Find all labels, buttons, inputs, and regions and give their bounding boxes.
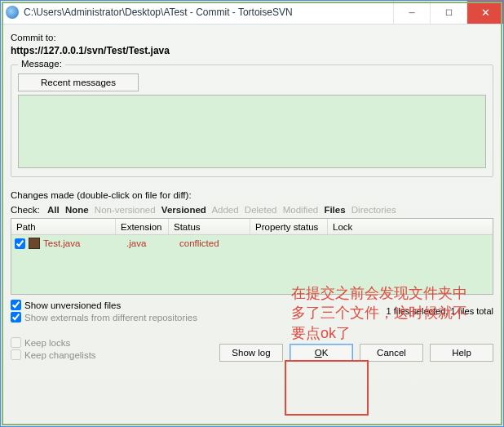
changes-made-label: Changes made (double-click on file for d… <box>11 190 493 200</box>
col-path[interactable]: Path <box>11 219 116 234</box>
minimize-button[interactable]: ─ <box>393 1 430 24</box>
file-path: Test.java <box>43 238 126 248</box>
file-ext: .java <box>126 238 179 248</box>
file-list-header[interactable]: Path Extension Status Property status Lo… <box>11 219 493 235</box>
recent-messages-button[interactable]: Recent messages <box>18 73 139 91</box>
col-prop[interactable]: Property status <box>250 219 328 234</box>
show-unversioned-label: Show unversioned files <box>24 300 121 310</box>
file-list[interactable]: Path Extension Status Property status Lo… <box>11 218 493 295</box>
filter-nonversioned[interactable]: Non-versioned <box>95 205 156 215</box>
cancel-button[interactable]: Cancel <box>360 344 423 362</box>
help-button[interactable]: Help <box>430 344 493 362</box>
keep-changelists-check: Keep changelists <box>11 349 96 360</box>
titlebar[interactable]: C:\Users\Administrator\Desktop\ATest - C… <box>1 1 503 24</box>
file-row-checkbox[interactable] <box>15 238 25 249</box>
keep-changelists-label: Keep changelists <box>24 350 96 360</box>
filter-deleted[interactable]: Deleted <box>245 205 277 215</box>
filter-files[interactable]: Files <box>324 205 345 215</box>
selection-status: 1 files selected, 1 files total <box>387 306 493 316</box>
ok-button[interactable]: OK <box>290 344 353 362</box>
commit-message-input[interactable] <box>18 95 486 168</box>
filter-all[interactable]: All <box>47 205 60 215</box>
commit-url: https://127.0.0.1/svn/Test/Test.java <box>11 45 493 56</box>
filter-none[interactable]: None <box>65 205 89 215</box>
maximize-button[interactable]: ☐ <box>430 1 466 24</box>
check-filter-row: Check: All None Non-versioned Versioned … <box>11 205 493 215</box>
window-title: C:\Users\Administrator\Desktop\ATest - C… <box>24 7 393 18</box>
keep-changelists-checkbox <box>11 349 21 360</box>
check-label: Check: <box>11 205 40 215</box>
show-externals-label: Show externals from different repositori… <box>24 313 197 322</box>
show-unversioned-check[interactable]: Show unversioned files <box>11 300 197 310</box>
message-group-label: Message: <box>18 59 65 69</box>
col-ext[interactable]: Extension <box>116 219 169 234</box>
close-button[interactable]: ✕ <box>466 1 503 24</box>
show-log-button[interactable]: Show log <box>219 344 283 362</box>
filter-directories[interactable]: Directories <box>351 205 396 215</box>
show-externals-checkbox[interactable] <box>11 312 21 322</box>
keep-locks-label: Keep locks <box>24 338 70 348</box>
file-status: conflicted <box>179 238 261 248</box>
filter-versioned[interactable]: Versioned <box>161 205 206 215</box>
show-externals-check[interactable]: Show externals from different repositori… <box>11 312 197 322</box>
col-status[interactable]: Status <box>169 219 250 234</box>
filter-modified[interactable]: Modified <box>283 205 318 215</box>
commit-to-label: Commit to: <box>11 33 493 42</box>
filter-added[interactable]: Added <box>211 205 238 215</box>
java-file-icon <box>29 238 40 249</box>
keep-locks-checkbox <box>11 337 21 348</box>
file-row[interactable]: Test.java .java conflicted <box>11 235 493 251</box>
message-group: Message: Recent messages <box>11 64 493 177</box>
keep-locks-check: Keep locks <box>11 337 96 348</box>
tortoisesvn-icon <box>6 6 19 19</box>
show-unversioned-checkbox[interactable] <box>11 300 21 310</box>
col-lock[interactable]: Lock <box>328 219 493 234</box>
